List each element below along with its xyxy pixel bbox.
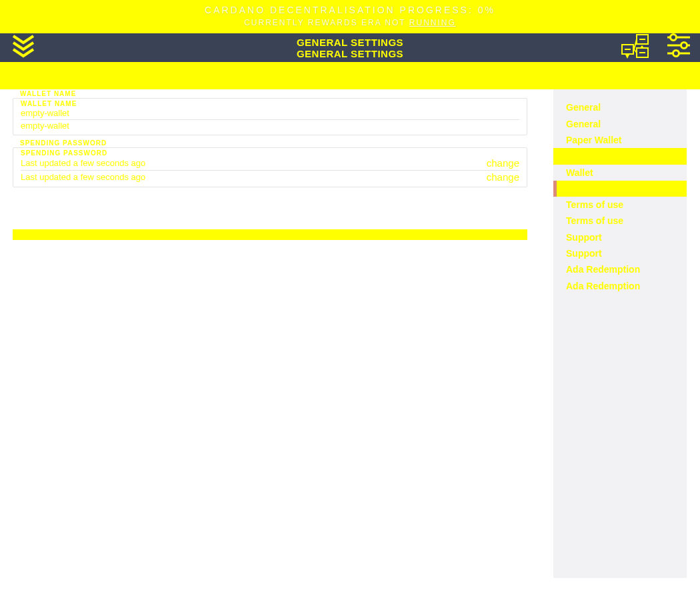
main-content: WALLET NAME WALLET NAME empty-wallet emp… <box>0 89 540 578</box>
settings-sidebar: General General Paper Wallet Paper Walle… <box>553 89 687 578</box>
change-password-link-2[interactable]: change <box>487 171 519 183</box>
sidebar-item-ada-redemption[interactable]: Ada Redemption <box>553 261 687 277</box>
topbar-title-2: GENERAL SETTINGS <box>297 48 403 59</box>
wallet-name-input-1[interactable]: empty-wallet <box>21 107 519 120</box>
spending-password-outer-label: SPENDING PASSWORD <box>20 139 527 147</box>
sidebar-item-wallet[interactable]: Wallet <box>553 165 687 181</box>
sidebar-list: General General Paper Wallet Paper Walle… <box>553 99 687 294</box>
svg-marker-6 <box>625 55 629 59</box>
spending-password-row-2: Last updated a few seconds ago change <box>21 171 519 184</box>
announcement-banner: CARDANO DECENTRALISATION PROGRESS: 0% CU… <box>0 0 700 33</box>
spending-password-box: SPENDING PASSWORD Last updated a few sec… <box>13 147 527 187</box>
network-icon[interactable] <box>621 33 650 63</box>
spending-password-row-1: Last updated a few seconds ago change <box>21 157 519 171</box>
topbar-title-wrap: GENERAL SETTINGS GENERAL SETTINGS <box>297 37 403 60</box>
spending-password-inner-label: SPENDING PASSWORD <box>21 149 519 157</box>
svg-point-13 <box>673 50 679 56</box>
sidebar-item-terms-dup[interactable]: Terms of use <box>553 213 687 229</box>
wallet-name-box: WALLET NAME empty-wallet empty-wallet <box>13 98 527 135</box>
settings-sliders-icon[interactable] <box>667 33 690 63</box>
wallet-name-group: WALLET NAME WALLET NAME empty-wallet emp… <box>13 90 527 135</box>
sidebar-item-terms[interactable]: Terms of use <box>553 197 687 213</box>
sidebar-item-general[interactable]: General <box>553 99 687 115</box>
sidebar-item-support[interactable]: Support <box>553 229 687 245</box>
change-password-link-1[interactable]: change <box>487 157 519 169</box>
banner-line-2: CURRENTLY REWARDS ERA NOT RUNNING <box>0 17 700 29</box>
sidebar-item-paper-wallet-dup[interactable]: Paper Wallet <box>553 148 687 164</box>
wallet-name-outer-label: WALLET NAME <box>20 90 527 97</box>
sidebar-item-wallet-dup[interactable]: Wallet <box>553 181 687 197</box>
spending-password-updated-1: Last updated a few seconds ago <box>21 158 145 168</box>
sidebar-item-paper-wallet[interactable]: Paper Wallet <box>553 132 687 148</box>
sidebar-item-ada-redemption-dup[interactable]: Ada Redemption <box>553 278 687 294</box>
wallet-name-value-2: empty-wallet <box>21 121 519 131</box>
sidebar-item-general-dup[interactable]: General <box>553 116 687 132</box>
svg-point-9 <box>671 34 677 40</box>
banner-line-2-prefix: CURRENTLY REWARDS ERA NOT <box>244 18 409 27</box>
svg-marker-7 <box>640 45 644 48</box>
wallet-name-input-2[interactable]: empty-wallet <box>21 120 519 132</box>
spending-password-updated-2: Last updated a few seconds ago <box>21 172 145 182</box>
top-bar: GENERAL SETTINGS GENERAL SETTINGS <box>0 33 700 62</box>
topbar-title-1: GENERAL SETTINGS <box>297 37 403 48</box>
sub-toolbar <box>0 62 700 89</box>
layout-gap <box>540 89 553 578</box>
banner-line-1: CARDANO DECENTRALISATION PROGRESS: 0% <box>0 4 700 17</box>
svg-point-11 <box>681 42 687 48</box>
yellow-divider <box>13 229 527 240</box>
chevron-down-stack-icon[interactable] <box>12 35 35 61</box>
banner-running-link[interactable]: RUNNING <box>409 18 456 27</box>
sidebar-item-support-dup[interactable]: Support <box>553 245 687 261</box>
spending-password-group: SPENDING PASSWORD SPENDING PASSWORD Last… <box>13 139 527 187</box>
wallet-name-value-1: empty-wallet <box>21 108 519 118</box>
wallet-name-inner-label: WALLET NAME <box>21 100 519 107</box>
